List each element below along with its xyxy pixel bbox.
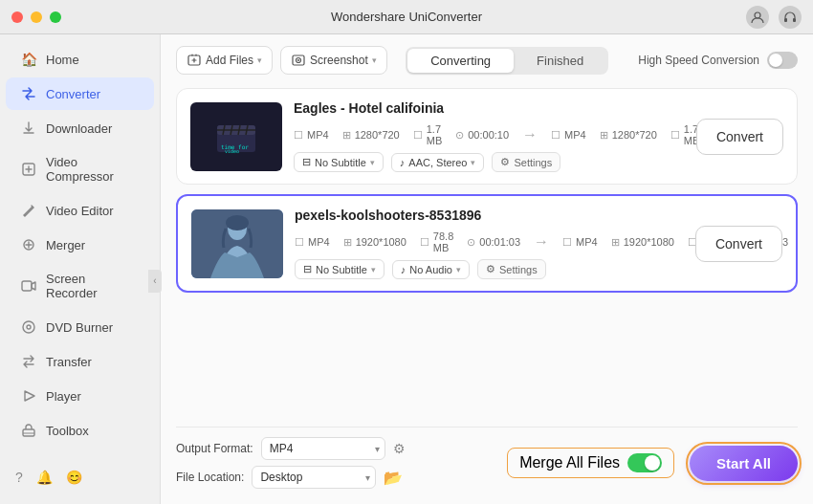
- bottom-left: Output Format: MP4 MKV AVI MOV ⚙ File Lo…: [176, 437, 406, 489]
- sidebar-item-player[interactable]: Player: [6, 380, 154, 412]
- notification-icon[interactable]: 🔔: [36, 470, 53, 485]
- file-meta-row-1: ☐ MP4 ⊞ 1280*720 ☐ 1.7 MB: [294, 123, 685, 146]
- svg-point-12: [297, 59, 299, 61]
- file-card-1: time for video Eagles - Hotel califoinia…: [176, 88, 798, 185]
- dst-size-1: ☐ 1.7 MB: [670, 123, 700, 146]
- sidebar-label-editor: Video Editor: [46, 204, 114, 218]
- convert-button-1[interactable]: Convert: [696, 119, 783, 155]
- svg-rect-2: [793, 18, 796, 22]
- src-meta-1: ☐ MP4 ⊞ 1280*720 ☐ 1.7 MB: [294, 123, 509, 146]
- sidebar-label-home: Home: [46, 53, 79, 67]
- sidebar-item-transfer[interactable]: Transfer: [6, 345, 154, 378]
- merge-all-toggle[interactable]: Merge All Files: [507, 448, 674, 478]
- file-info-1: Eagles - Hotel califoinia ☐ MP4 ⊞ 1280*7…: [294, 100, 685, 172]
- sidebar-label-converter: Converter: [46, 87, 100, 101]
- settings-btn-2[interactable]: ⚙ Settings: [477, 259, 546, 279]
- sidebar-label-player: Player: [46, 389, 81, 404]
- home-icon: 🏠: [21, 52, 36, 67]
- arrow-icon-1: →: [522, 126, 538, 143]
- sidebar-label-dvd: DVD Burner: [46, 320, 113, 335]
- svg-rect-5: [22, 281, 32, 291]
- maximize-button[interactable]: [50, 11, 61, 23]
- src-size-1: ☐ 1.7 MB: [413, 123, 443, 146]
- sidebar-collapse-btn[interactable]: ‹: [148, 270, 162, 293]
- add-files-button[interactable]: Add Files ▾: [176, 46, 273, 75]
- format-icon: ☐: [294, 129, 303, 142]
- file-cards-list: time for video Eagles - Hotel califoinia…: [176, 88, 798, 419]
- dst-format-2: ☐ MP4: [562, 236, 598, 249]
- close-button[interactable]: [11, 11, 23, 23]
- audio-select-2[interactable]: ♪ No Audio ▾: [392, 260, 470, 279]
- file-name-2: pexels-koolshooters-8531896: [295, 208, 684, 223]
- convert-button-2[interactable]: Convert: [695, 226, 782, 262]
- output-format-select-wrapper: MP4 MKV AVI MOV: [261, 437, 385, 460]
- sidebar-item-merger[interactable]: Merger: [6, 229, 154, 261]
- file-options-2: ⊟ No Subtitle ▾ ♪ No Audio ▾ ⚙ Settings: [295, 259, 684, 279]
- help-icon[interactable]: ?: [15, 470, 23, 485]
- src-meta-2: ☐ MP4 ⊞ 1920*1080 ☐ 78.8 MB: [295, 230, 520, 253]
- sidebar-item-screen-recorder[interactable]: Screen Recorder: [6, 263, 154, 309]
- dst-format-icon: ☐: [551, 129, 560, 142]
- file-location-row: File Location: Desktop Documents Downloa…: [176, 466, 406, 489]
- audio-select-1[interactable]: ♪ AAC, Stereo ▾: [391, 153, 485, 172]
- subtitle-select-2[interactable]: ⊟ No Subtitle ▾: [295, 259, 385, 279]
- folder-open-icon[interactable]: 📂: [384, 469, 403, 487]
- start-all-button[interactable]: Start All: [690, 446, 798, 481]
- output-format-gear-icon[interactable]: ⚙: [393, 441, 406, 456]
- src-size-2: ☐ 78.8 MB: [420, 230, 453, 253]
- speed-toggle-area: High Speed Conversion: [638, 52, 798, 69]
- audio-icon: ♪: [400, 157, 406, 168]
- tab-converting[interactable]: Converting: [407, 49, 514, 73]
- recorder-icon: [21, 278, 36, 294]
- subtitle2-dropdown: ▾: [371, 265, 376, 274]
- subtitle-select-1[interactable]: ⊟ No Subtitle ▾: [294, 152, 384, 172]
- sidebar: 🏠 Home Converter Downloader: [0, 34, 161, 504]
- window-controls[interactable]: [11, 11, 61, 23]
- settings-gear-icon: ⚙: [500, 156, 510, 168]
- sidebar-item-downloader[interactable]: Downloader: [6, 112, 154, 144]
- subtitle2-icon: ⊟: [303, 263, 312, 275]
- main-content: Add Files ▾ Screenshot ▾ Converting Fini…: [161, 34, 813, 504]
- speed-toggle-switch[interactable]: [767, 52, 798, 69]
- title-bar-icons: [746, 6, 802, 29]
- output-format-label: Output Format:: [176, 442, 253, 455]
- sidebar-item-video-editor[interactable]: Video Editor: [6, 194, 154, 227]
- file-thumb-1: time for video: [190, 102, 282, 171]
- sidebar-item-home[interactable]: 🏠 Home: [6, 43, 154, 76]
- title-bar: Wondershare UniConverter: [0, 0, 813, 34]
- sidebar-label-downloader: Downloader: [46, 121, 112, 136]
- sidebar-item-dvd-burner[interactable]: DVD Burner: [6, 311, 154, 343]
- res-icon: ⊞: [342, 129, 351, 142]
- settings2-gear-icon: ⚙: [486, 263, 495, 275]
- add-dropdown-icon: ▾: [257, 55, 262, 65]
- sidebar-item-video-compressor[interactable]: Video Compressor: [6, 146, 154, 192]
- subtitle-icon: ⊟: [302, 156, 311, 168]
- sidebar-item-toolbox[interactable]: Toolbox: [6, 414, 154, 447]
- sidebar-label-transfer: Transfer: [46, 355, 92, 369]
- sidebar-item-converter[interactable]: Converter: [6, 77, 154, 110]
- settings-btn-1[interactable]: ⚙ Settings: [492, 152, 560, 172]
- output-format-row: Output Format: MP4 MKV AVI MOV ⚙: [176, 437, 406, 460]
- sidebar-label-recorder: Screen Recorder: [46, 272, 139, 300]
- app-title: Wondershare UniConverter: [331, 10, 482, 24]
- dst-size-icon: ☐: [670, 129, 680, 142]
- tab-finished[interactable]: Finished: [514, 49, 606, 73]
- minimize-button[interactable]: [31, 11, 42, 23]
- file-card-2: pexels-koolshooters-8531896 ☐ MP4 ⊞ 1920…: [176, 194, 798, 293]
- tab-switcher: Converting Finished: [406, 47, 608, 75]
- sidebar-bottom: ? 🔔 😊: [0, 458, 160, 496]
- user-icon[interactable]: [746, 6, 769, 29]
- file-location-label: File Location:: [176, 471, 244, 484]
- dvd-icon: [21, 319, 36, 335]
- screenshot-button[interactable]: Screenshot ▾: [280, 46, 387, 75]
- compressor-icon: [21, 162, 36, 177]
- subtitle-dropdown-icon: ▾: [370, 158, 375, 167]
- file-location-select[interactable]: Desktop Documents Downloads: [252, 466, 376, 489]
- svg-point-24: [226, 215, 249, 230]
- output-format-select[interactable]: MP4 MKV AVI MOV: [261, 437, 385, 460]
- smiley-icon[interactable]: 😊: [66, 470, 82, 485]
- headphone-icon[interactable]: [779, 6, 802, 29]
- dst-res-icon: ⊞: [600, 129, 608, 142]
- src-duration-1: ⊙ 00:00:10: [455, 129, 509, 142]
- merge-toggle-switch[interactable]: [627, 453, 662, 472]
